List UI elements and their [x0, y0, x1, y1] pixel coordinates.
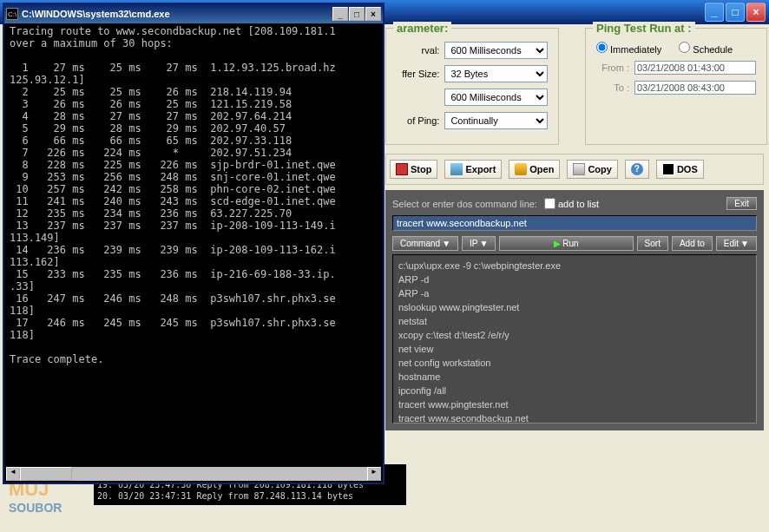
list-item[interactable]: ARP -d — [398, 273, 751, 286]
minimize-button[interactable]: _ — [705, 3, 724, 22]
cmd-close-button[interactable]: × — [365, 7, 381, 21]
from-label: From : — [596, 62, 629, 73]
schedule-radio[interactable]: Schedule — [679, 42, 733, 55]
ping-select[interactable]: Continually — [444, 112, 548, 129]
export-icon — [450, 163, 463, 175]
open-icon — [515, 163, 527, 175]
command-input[interactable] — [392, 215, 757, 231]
copy-button[interactable]: Copy — [567, 160, 618, 179]
dos-icon — [662, 163, 674, 175]
to-input[interactable] — [634, 81, 756, 95]
interval-select[interactable]: 600 Milliseconds — [444, 42, 548, 59]
run-title: Ping Test Run at : — [593, 22, 695, 35]
dos-button[interactable]: DOS — [656, 160, 704, 179]
run-group: Ping Test Run at : Immediately Schedule … — [585, 28, 767, 145]
list-item[interactable]: c:\upx\upx.exe -9 c:\webpingtester.exe — [398, 259, 751, 273]
list-item[interactable]: ARP -a — [398, 286, 751, 300]
scroll-right-button[interactable]: ► — [367, 467, 381, 481]
run-button[interactable]: ▶Run — [499, 236, 633, 251]
add-to-list-checkbox[interactable]: add to list — [544, 198, 599, 209]
cmd-icon: C:\ — [6, 8, 18, 20]
ping-label: of Ping: — [397, 115, 439, 126]
ip-dropdown[interactable]: IP ▼ — [462, 236, 496, 251]
cmd-window: C:\ C:\WINDOWS\system32\cmd.exe _ □ × Tr… — [3, 3, 384, 484]
immediately-radio[interactable]: Immediately — [596, 42, 661, 55]
cmd-minimize-button[interactable]: _ — [332, 7, 348, 21]
command-list[interactable]: c:\upx\upx.exe -9 c:\webpingtester.exeAR… — [392, 254, 757, 424]
parameter-title: arameter: — [393, 22, 451, 35]
cmd-title: C:\WINDOWS\system32\cmd.exe — [22, 9, 332, 19]
from-input[interactable] — [634, 61, 756, 75]
parameter-group: arameter: rval: 600 Milliseconds ffer Si… — [385, 28, 559, 145]
list-item[interactable]: ipconfig /all — [398, 384, 751, 397]
cmd-scrollbar[interactable]: ◄ ► — [6, 467, 381, 481]
cmd-maximize-button[interactable]: □ — [349, 7, 365, 21]
play-icon: ▶ — [554, 239, 561, 248]
buffer-select[interactable]: 32 Bytes — [444, 65, 548, 82]
list-item[interactable]: hostname — [398, 370, 751, 384]
command-dropdown[interactable]: Command ▼ — [392, 236, 458, 251]
list-item[interactable]: tracert www.pingtester.net — [398, 397, 751, 411]
cmd-titlebar[interactable]: C:\ C:\WINDOWS\system32\cmd.exe _ □ × — [4, 4, 383, 23]
scroll-thumb[interactable] — [20, 467, 72, 481]
maximize-button[interactable]: □ — [726, 3, 745, 22]
list-item[interactable]: net config workstation — [398, 356, 751, 370]
stop-button[interactable]: Stop — [390, 160, 437, 179]
exit-button[interactable]: Exit — [726, 197, 757, 210]
list-item[interactable]: netstat — [398, 314, 751, 328]
copy-icon — [573, 163, 585, 175]
sort-button[interactable]: Sort — [637, 236, 668, 251]
interval-label: rval: — [397, 45, 439, 56]
list-item[interactable]: tracert www.secondbackup.net — [398, 411, 751, 424]
to-label: To : — [596, 82, 629, 93]
open-button[interactable]: Open — [509, 160, 560, 179]
buffer-label: ffer Size: — [397, 69, 439, 79]
timeout-select[interactable]: 600 Milliseconds — [444, 89, 548, 106]
dos-panel: Select or enter dos command line: add to… — [385, 190, 764, 430]
edit-dropdown[interactable]: Edit ▼ — [716, 236, 757, 251]
close-button[interactable]: × — [746, 3, 766, 22]
list-item[interactable]: xcopy c:\test d:\test2 /e/r/y — [398, 328, 751, 342]
dos-prompt-label: Select or enter dos command line: — [392, 199, 537, 209]
scroll-left-button[interactable]: ◄ — [6, 467, 20, 481]
help-icon: ? — [631, 163, 643, 175]
cmd-output: Tracing route to www.secondbackup.net [2… — [4, 23, 383, 470]
list-item[interactable]: net view — [398, 342, 751, 356]
help-button[interactable]: ? — [625, 160, 649, 179]
addto-button[interactable]: Add to — [672, 236, 713, 251]
export-button[interactable]: Export — [444, 160, 502, 179]
toolbar: Stop Export Open Copy ? DOS — [385, 154, 764, 185]
list-item[interactable]: nslookup www.pingtester.net — [398, 300, 751, 314]
stop-icon — [396, 163, 408, 175]
